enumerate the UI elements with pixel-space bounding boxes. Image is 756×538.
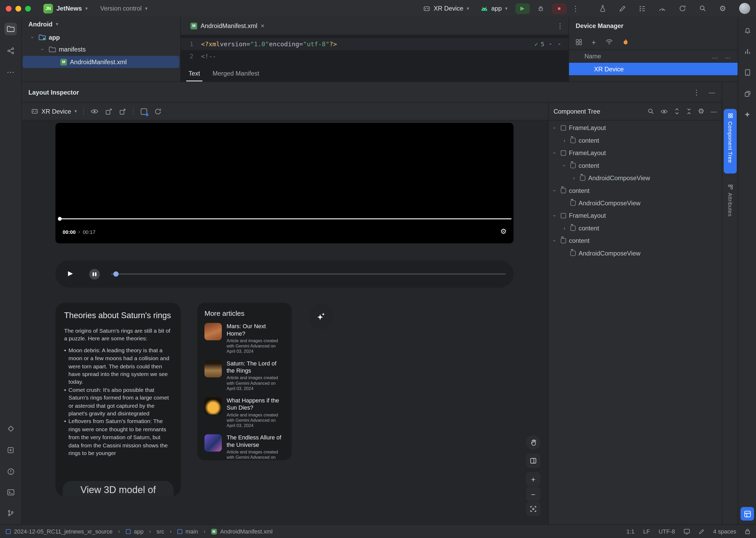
tree-node[interactable]: ›content bbox=[549, 134, 722, 146]
expand-all-icon[interactable] bbox=[674, 108, 680, 115]
column-options-icon[interactable]: … bbox=[712, 53, 718, 60]
expand-chevron[interactable]: › bbox=[561, 138, 567, 143]
terminal-tool-button[interactable] bbox=[4, 486, 17, 498]
expand-chevron[interactable]: › bbox=[562, 162, 567, 169]
reader-mode-icon[interactable] bbox=[683, 528, 690, 534]
build-variants-icon[interactable] bbox=[741, 45, 753, 57]
close-tab-icon[interactable]: × bbox=[261, 22, 264, 29]
column-options-icon[interactable]: … bbox=[725, 53, 731, 60]
device-manager-icon[interactable] bbox=[741, 66, 753, 79]
tab-merged-manifest[interactable]: Merged Manifest bbox=[212, 70, 259, 77]
seek-slider-track[interactable] bbox=[111, 273, 506, 275]
more-run-actions-button[interactable]: ⋮ bbox=[568, 3, 583, 14]
close-window-button[interactable] bbox=[6, 6, 12, 11]
video-player[interactable]: 00:00 • 00:17 ⚙ bbox=[55, 123, 514, 243]
vcs-widget[interactable]: Version control ▾ bbox=[100, 5, 147, 12]
refresh-icon[interactable] bbox=[155, 108, 162, 115]
expand-chevron[interactable]: › bbox=[40, 46, 45, 53]
tree-node[interactable]: AndroidComposeView bbox=[549, 196, 722, 209]
pause-button[interactable] bbox=[89, 269, 100, 279]
zoom-window-button[interactable] bbox=[25, 6, 31, 11]
zoom-out-button[interactable]: − bbox=[526, 487, 541, 501]
name-column-header[interactable]: Name bbox=[584, 53, 601, 60]
article-item[interactable]: Mars: Our Next Home?Article and images c… bbox=[204, 323, 284, 354]
structure-tool-button[interactable] bbox=[4, 44, 17, 57]
profiler-icon[interactable] bbox=[659, 6, 666, 11]
version-control-tool-button[interactable] bbox=[4, 507, 17, 519]
expand-chevron[interactable]: › bbox=[552, 125, 557, 131]
view-options-icon[interactable] bbox=[91, 108, 98, 114]
inspections-widget[interactable]: ✓ 5 › › bbox=[535, 41, 563, 48]
device-explorer-button[interactable] bbox=[4, 444, 17, 457]
live-updates-icon[interactable] bbox=[141, 108, 148, 115]
settings-icon[interactable]: ⚙ bbox=[719, 4, 726, 13]
notifications-icon[interactable] bbox=[741, 24, 753, 36]
video-progress-bar[interactable] bbox=[59, 218, 511, 219]
code-viewport[interactable]: 1 <?xml version="1.0" encoding="utf-8"?>… bbox=[181, 35, 568, 62]
tree-node-manifest-file[interactable]: M AndroidManifest.xml bbox=[23, 56, 180, 68]
breadcrumb-item[interactable]: main bbox=[186, 528, 198, 535]
article-item[interactable]: What Happens if the Sun Dies?Article and… bbox=[204, 397, 284, 429]
lock-icon[interactable] bbox=[745, 528, 750, 535]
seek-slider-thumb[interactable] bbox=[113, 271, 119, 277]
user-avatar[interactable] bbox=[739, 3, 750, 14]
article-item[interactable]: The Endless Allure of the UniverseArticl… bbox=[204, 434, 284, 460]
search-icon[interactable] bbox=[647, 108, 654, 115]
project-widget[interactable]: JN JetNews ▾ bbox=[43, 4, 87, 13]
tree-node-manifests[interactable]: › manifests bbox=[22, 43, 180, 56]
breadcrumb-item[interactable]: 2024-12-05_RC11_jetnews_xr_source bbox=[14, 528, 113, 535]
panel-options-icon[interactable]: ⋮ bbox=[693, 88, 700, 96]
project-tool-button[interactable] bbox=[4, 23, 17, 35]
expand-chevron[interactable]: › bbox=[30, 34, 35, 41]
sync-icon[interactable] bbox=[679, 5, 686, 12]
run-button[interactable]: ▶ bbox=[515, 3, 530, 14]
search-everywhere-icon[interactable] bbox=[699, 5, 706, 12]
zoom-to-fit-button[interactable] bbox=[526, 502, 541, 516]
pair-wifi-icon[interactable] bbox=[606, 39, 613, 45]
device-row-xr[interactable]: XR Device bbox=[569, 63, 737, 75]
expand-chevron[interactable]: › bbox=[552, 212, 557, 219]
inspector-device-selector[interactable]: XR Device ▾ bbox=[31, 108, 77, 115]
video-settings-icon[interactable]: ⚙ bbox=[500, 227, 507, 236]
view-3d-model-button[interactable]: View 3D model of bbox=[63, 481, 174, 496]
video-progress-thumb[interactable] bbox=[58, 217, 62, 221]
prev-issue-icon[interactable]: › bbox=[548, 41, 553, 47]
expand-chevron[interactable]: › bbox=[552, 188, 557, 194]
tree-node[interactable]: ›FrameLayout bbox=[549, 209, 722, 222]
cursor-position[interactable]: 1:1 bbox=[626, 528, 634, 535]
import-snapshot-icon[interactable] bbox=[119, 108, 126, 115]
device-render-canvas[interactable]: 00:00 • 00:17 ⚙ ▶ bbox=[22, 121, 548, 524]
build-tool-button[interactable] bbox=[4, 422, 17, 435]
article-item[interactable]: Saturn: The Lord of the RingsArticle and… bbox=[204, 360, 284, 392]
group-devices-icon[interactable] bbox=[576, 39, 582, 45]
breadcrumb-item[interactable]: src bbox=[156, 528, 164, 535]
tree-node[interactable]: ›FrameLayout bbox=[549, 122, 722, 134]
gemini-icon[interactable] bbox=[741, 108, 753, 121]
expand-chevron[interactable]: › bbox=[571, 175, 577, 181]
assistant-fab[interactable] bbox=[309, 304, 334, 329]
filter-view-icon[interactable] bbox=[660, 109, 668, 114]
pan-mode-button[interactable] bbox=[526, 435, 541, 450]
tree-node-app[interactable]: › app bbox=[22, 31, 180, 44]
tab-attributes[interactable]: Attributes bbox=[724, 180, 737, 227]
expand-chevron[interactable]: › bbox=[561, 225, 567, 231]
tree-node[interactable]: ›content bbox=[549, 222, 722, 234]
device-selector[interactable]: XR Device ▾ bbox=[424, 5, 469, 12]
editor-tab[interactable]: M AndroidManifest.xml × bbox=[186, 17, 269, 34]
project-view-selector[interactable]: Android ▾ bbox=[22, 17, 180, 31]
play-icon[interactable]: ▶ bbox=[68, 270, 73, 276]
file-encoding[interactable]: UTF-8 bbox=[659, 528, 675, 535]
minimize-tree-icon[interactable]: — bbox=[711, 108, 717, 115]
tree-node[interactable]: ›AndroidComposeView bbox=[549, 172, 722, 184]
tab-component-tree[interactable]: Component Tree bbox=[724, 109, 737, 173]
running-devices-icon[interactable] bbox=[741, 87, 753, 100]
collapse-all-icon[interactable] bbox=[686, 108, 692, 115]
code-with-me-icon[interactable] bbox=[619, 5, 626, 12]
more-tools-button[interactable]: ⋯ bbox=[4, 66, 17, 78]
todo-icon[interactable] bbox=[639, 5, 646, 12]
minimize-window-button[interactable] bbox=[15, 6, 21, 11]
expand-chevron[interactable]: › bbox=[552, 149, 557, 156]
ai-assistant-icon[interactable] bbox=[599, 5, 606, 12]
tree-node[interactable]: ›content bbox=[549, 184, 722, 196]
layout-inspector-tool-icon[interactable] bbox=[741, 507, 754, 520]
